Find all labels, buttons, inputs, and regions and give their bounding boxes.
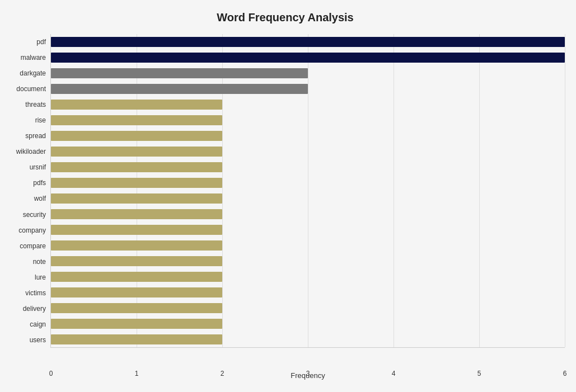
x-tick-label: 5 [477,370,481,377]
x-tick-label: 0 [49,370,53,377]
bar-row [51,286,565,299]
bar-row [51,302,565,314]
x-axis-label: Frequency [291,371,325,380]
bar [51,68,308,78]
y-label: lure [35,274,46,281]
chart-area: pdfmalwaredarkgatedocumentthreatsrisespr… [6,34,565,348]
bar [51,147,222,157]
bar [51,287,222,297]
chart-container: Word Frequency Analysis pdfmalwaredarkga… [0,0,576,392]
bar-row [51,208,565,220]
y-label: pdf [36,39,46,45]
bar [51,131,222,141]
y-label: document [16,86,46,92]
y-label: darkgate [20,70,46,77]
y-label: note [33,258,46,265]
y-label: victims [25,290,46,296]
y-label: ursnif [30,164,46,171]
bar-row [51,161,565,173]
bar [51,209,222,219]
bar [51,53,565,63]
bar-row [51,271,565,283]
y-label: threats [25,101,46,108]
y-label: caign [30,321,46,328]
bar [51,100,222,110]
grid-line [565,34,565,347]
bar-row [51,318,565,330]
bar [51,84,308,94]
y-label: pdfs [33,180,46,186]
bar-row [51,36,565,48]
bar [51,256,222,266]
y-label: wolf [34,195,46,202]
y-label: company [18,227,46,234]
bar [51,303,222,313]
bar-row [51,67,565,79]
bar-rows [51,34,565,347]
bar [51,225,222,235]
x-tick-label: 4 [392,370,396,377]
bar-row [51,224,565,236]
y-label: users [30,337,46,343]
bar-row [51,333,565,346]
bar-row [51,145,565,158]
bar [51,334,222,344]
y-label: security [23,211,46,218]
bars-and-grid: 0123456 Frequency [50,34,565,348]
bar [51,319,222,329]
bar [51,178,222,188]
x-tick-label: 6 [563,370,567,377]
y-label: wikiloader [16,148,46,155]
y-labels: pdfmalwaredarkgatedocumentthreatsrisespr… [6,34,50,348]
y-label: compare [20,243,46,249]
bar [51,240,222,251]
x-tick-label: 1 [135,370,139,377]
bar-row [51,98,565,111]
bar [51,193,222,204]
y-label: delivery [23,305,46,312]
y-label: malware [21,54,46,61]
bar-row [51,177,565,189]
bar [51,115,222,125]
y-label: rise [35,117,46,124]
chart-title: Word Frequency Analysis [6,11,565,24]
bar [51,272,222,282]
bar-row [51,114,565,126]
x-tick-label: 2 [221,370,224,377]
bar-row [51,192,565,205]
bar-row [51,255,565,267]
bar-row [51,239,565,252]
bar [51,37,565,47]
y-label: spread [25,133,46,139]
bar-row [51,130,565,142]
bar [51,162,222,172]
bar-row [51,51,565,64]
bar-row [51,83,565,95]
